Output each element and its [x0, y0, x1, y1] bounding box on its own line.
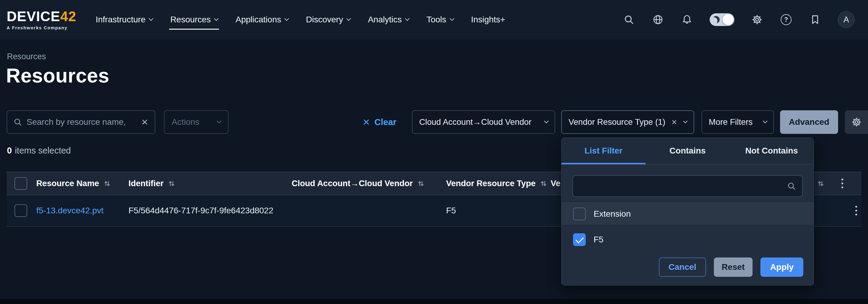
notifications-bell-icon[interactable] — [681, 13, 693, 26]
f5-checkbox[interactable] — [573, 233, 586, 246]
chevron-down-icon — [450, 16, 454, 21]
row-kebab-menu-icon[interactable] — [854, 204, 859, 217]
chevron-down-icon — [217, 119, 221, 124]
reset-button[interactable]: Reset — [714, 257, 752, 277]
resource-name-link[interactable]: f5-13.devce42.pvt — [36, 206, 104, 215]
nav-item-analytics[interactable]: Analytics — [368, 0, 409, 39]
nav-item-resources[interactable]: Resources — [170, 0, 218, 39]
search-icon[interactable] — [623, 13, 635, 26]
app-window: DEVICE42 A Freshworks Company Infrastruc… — [0, 0, 868, 304]
sort-icon — [817, 180, 825, 188]
bottom-edge-strip — [0, 299, 868, 304]
globe-icon[interactable] — [652, 13, 664, 26]
kebab-menu-icon — [840, 177, 845, 190]
nav-item-applications[interactable]: Applications — [236, 0, 288, 39]
cloud-vendor-filter-dropdown[interactable]: Cloud Account→Cloud Vendor — [412, 110, 555, 134]
cell-vendor-resource-type: F5 — [446, 195, 456, 226]
header-resource-name[interactable]: Resource Name — [36, 172, 111, 194]
close-icon — [362, 118, 371, 126]
vendor-resource-type-filter-popup: List Filter Contains Not Contains Extens… — [561, 138, 814, 285]
logo-wordmark: DEVICE42 — [7, 9, 76, 23]
chevron-down-icon — [544, 119, 549, 124]
remove-filter-icon[interactable] — [671, 118, 678, 126]
chevron-down-icon — [214, 16, 219, 21]
user-avatar[interactable]: A — [838, 11, 855, 28]
filter-search-input[interactable] — [579, 181, 783, 191]
cell-identifier: F5/564d4476-717f-9c7f-9fe6423d8022 — [128, 195, 274, 226]
filter-option-extension[interactable]: Extension — [562, 203, 814, 225]
question-mark-icon — [781, 14, 792, 25]
search-icon — [787, 182, 796, 191]
clear-search-icon[interactable] — [141, 118, 149, 126]
help-icon[interactable] — [780, 13, 793, 26]
filter-popup-tabs: List Filter Contains Not Contains — [562, 138, 814, 164]
settings-gear-icon[interactable] — [751, 13, 764, 26]
page-title: Resources — [6, 64, 110, 87]
clear-filters-button[interactable]: Clear — [362, 110, 397, 134]
header-options-menu[interactable] — [840, 172, 845, 194]
actions-dropdown[interactable]: Actions — [164, 110, 228, 134]
navbar-icon-group: A — [623, 11, 855, 28]
toggle-knob — [723, 14, 734, 25]
header-truncated-column[interactable]: Ve — [551, 172, 560, 194]
vendor-resource-type-filter-dropdown[interactable]: Vendor Resource Type (1) — [561, 110, 694, 134]
filter-search-wrap — [572, 175, 803, 197]
device42-logo[interactable]: DEVICE42 A Freshworks Company — [7, 9, 76, 30]
chevron-down-icon — [284, 16, 289, 21]
search-input[interactable] — [27, 117, 136, 127]
main-nav: Infrastructure Resources Applications Di… — [95, 0, 505, 39]
nav-item-discovery[interactable]: Discovery — [306, 0, 350, 39]
gear-icon — [851, 117, 862, 127]
cell-resource-name: f5-13.devce42.pvt — [36, 195, 104, 226]
chevron-down-icon — [683, 119, 688, 123]
logo-subtitle: A Freshworks Company — [7, 25, 76, 30]
row-checkbox[interactable] — [14, 204, 27, 217]
top-navbar: DEVICE42 A Freshworks Company Infrastruc… — [0, 0, 868, 39]
sort-icon[interactable] — [103, 180, 111, 188]
column-settings-button[interactable] — [845, 110, 868, 134]
more-filters-dropdown[interactable]: More Filters — [702, 110, 774, 134]
row-checkbox-cell — [14, 195, 27, 226]
extension-checkbox[interactable] — [573, 208, 586, 220]
select-all-checkbox-cell — [14, 172, 27, 194]
cancel-button[interactable]: Cancel — [659, 257, 706, 277]
select-all-checkbox[interactable] — [14, 177, 27, 190]
tab-not-contains[interactable]: Not Contains — [730, 138, 814, 164]
theme-toggle[interactable] — [710, 13, 735, 26]
advanced-button[interactable]: Advanced — [780, 110, 838, 134]
tab-contains[interactable]: Contains — [646, 138, 730, 164]
header-cloud-vendor[interactable]: Cloud Account→Cloud Vendor — [292, 172, 425, 194]
tab-list-filter[interactable]: List Filter — [562, 138, 646, 164]
chevron-down-icon — [763, 119, 768, 124]
header-identifier[interactable]: Identifier — [128, 172, 176, 194]
sort-icon[interactable] — [417, 180, 425, 188]
header-right-sort[interactable] — [817, 172, 825, 194]
moon-icon — [712, 16, 720, 23]
nav-item-tools[interactable]: Tools — [427, 0, 453, 39]
toolbar: Actions Clear Cloud Account→Cloud Vendor… — [0, 110, 868, 134]
apply-button[interactable]: Apply — [761, 257, 803, 277]
filter-option-f5[interactable]: F5 — [562, 229, 814, 251]
nav-item-insights[interactable]: Insights+ — [471, 0, 505, 39]
breadcrumb[interactable]: Resources — [7, 52, 46, 61]
filter-popup-buttons: Cancel Reset Apply — [659, 257, 803, 277]
nav-item-infrastructure[interactable]: Infrastructure — [95, 0, 153, 39]
chevron-down-icon — [149, 16, 154, 21]
header-vendor-resource-type[interactable]: Vendor Resource Type — [446, 172, 548, 194]
chevron-down-icon — [405, 16, 410, 21]
selection-count: 0items selected — [7, 146, 71, 156]
resource-search-input-wrap — [7, 110, 155, 134]
sort-icon[interactable] — [539, 180, 548, 188]
chevron-down-icon — [346, 16, 351, 21]
bookmark-icon[interactable] — [809, 13, 822, 26]
sort-icon[interactable] — [167, 180, 176, 188]
search-icon — [13, 118, 22, 127]
row-actions-cell — [854, 195, 859, 226]
